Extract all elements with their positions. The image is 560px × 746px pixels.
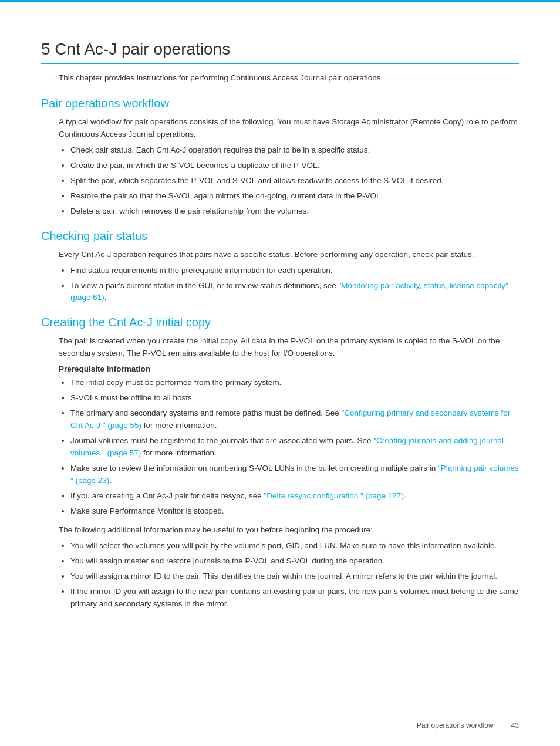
section-pair-operations-workflow: Pair operations workflow A typical workf… xyxy=(41,97,519,217)
section-creating-initial-copy: Creating the Cnt Ac-J initial copy The p… xyxy=(41,316,519,610)
checking-bullet-list: Find status requirements in the prerequi… xyxy=(70,265,519,305)
chapter-title-text: Cnt Ac-J pair operations xyxy=(55,40,230,58)
list-item: Split the pair, which separates the P-VO… xyxy=(70,175,519,187)
list-item: S-VOLs must be offline to all hosts. xyxy=(70,392,519,404)
section-title-checking: Checking pair status xyxy=(41,229,519,243)
prereq-bullet-list: The initial copy must be performed from … xyxy=(70,377,519,517)
section-title-workflow: Pair operations workflow xyxy=(41,97,519,110)
list-item: If you are creating a Cnt Ac-J pair for … xyxy=(70,490,519,502)
workflow-body: A typical workflow for pair operations c… xyxy=(59,116,519,141)
planning-pair-volumes-link[interactable]: "Planning pair volumes " (page 23) xyxy=(70,464,519,485)
list-item: You will select the volumes you will pai… xyxy=(70,540,519,552)
additional-info-bullet-list: You will select the volumes you will pai… xyxy=(70,540,519,610)
monitoring-pair-link[interactable]: "Monitoring pair activity, status, licen… xyxy=(70,281,508,302)
checking-body: Every Cnt Ac-J operation requires that p… xyxy=(59,249,519,261)
list-item: Check pair status. Each Cnt Ac-J operati… xyxy=(70,144,519,157)
list-item: You will assign master and restore journ… xyxy=(70,555,519,568)
list-item: Delete a pair, which removes the pair re… xyxy=(70,205,519,218)
footer: Pair operations workflow 43 xyxy=(417,721,519,730)
section-title-creating: Creating the Cnt Ac-J initial copy xyxy=(41,316,519,329)
configuring-link[interactable]: "Configuring primary and secondary syste… xyxy=(70,409,510,430)
list-item: The initial copy must be performed from … xyxy=(70,377,519,389)
additional-info-intro: The following additional information may… xyxy=(59,524,519,536)
page: 5 Cnt Ac-J pair operations This chapter … xyxy=(0,0,560,746)
footer-page-number: 43 xyxy=(511,721,519,730)
creating-journals-link[interactable]: "Creating journals and adding journal vo… xyxy=(70,436,504,457)
chapter-number: 5 xyxy=(41,40,50,58)
list-item: Restore the pair so that the S-VOL again… xyxy=(70,190,519,202)
list-item: If the mirror ID you will assign to the … xyxy=(70,586,519,610)
chapter-title: 5 Cnt Ac-J pair operations xyxy=(41,40,519,64)
list-item: Find status requirements in the prerequi… xyxy=(70,265,519,277)
list-item: Make sure to review the information on n… xyxy=(70,463,519,487)
list-item: To view a pair's current status in the G… xyxy=(70,280,519,305)
section-checking-pair-status: Checking pair status Every Cnt Ac-J oper… xyxy=(41,229,519,305)
list-item: You will assign a mirror ID to the pair.… xyxy=(70,571,519,583)
creating-body: The pair is created when you create the … xyxy=(59,335,519,360)
list-item: Create the pair, in which the S-VOL beco… xyxy=(70,160,519,172)
list-item: The primary and secondary systems and re… xyxy=(70,407,519,432)
list-item: Make sure Performance Monitor is stopped… xyxy=(70,505,519,518)
prereq-heading: Prerequisite information xyxy=(59,364,519,373)
footer-section-text: Pair operations workflow xyxy=(417,721,494,730)
intro-text: This chapter provides instructions for p… xyxy=(59,72,519,84)
delta-resync-link[interactable]: "Delta resync configuration " (page 127) xyxy=(264,491,403,500)
top-border xyxy=(0,0,560,2)
list-item: Journal volumes must be registered to th… xyxy=(70,435,519,460)
workflow-bullet-list: Check pair status. Each Cnt Ac-J operati… xyxy=(70,144,519,218)
